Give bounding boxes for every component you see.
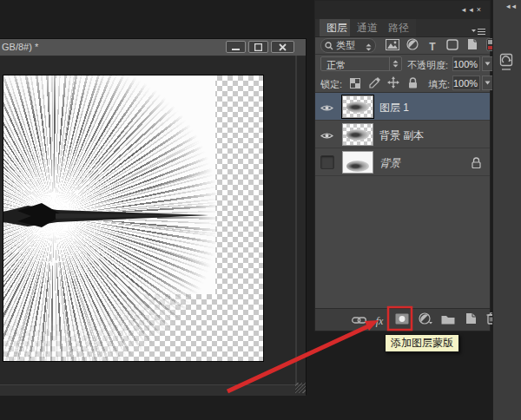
history-panel-icon[interactable] xyxy=(498,52,516,82)
canvas[interactable] xyxy=(3,75,264,362)
maximize-icon xyxy=(254,43,262,51)
filter-kind-label: 类型 xyxy=(336,39,355,51)
lock-label: 锁定: xyxy=(320,78,342,91)
window-resize-grip[interactable] xyxy=(295,383,306,393)
filter-kind-dropdown[interactable]: 类型 xyxy=(320,38,376,53)
thumbnail-image xyxy=(346,161,369,172)
opacity-label: 不透明度: xyxy=(407,59,448,72)
blend-mode-value: 正常 xyxy=(326,59,346,72)
lock-row: 锁定: 填充: 100% xyxy=(315,75,490,93)
adjustment-layer-icon[interactable] xyxy=(417,312,434,327)
layer-row-layer1[interactable]: 图层 1 xyxy=(315,93,490,121)
close-icon xyxy=(279,43,287,51)
tab-channels[interactable]: 通道 xyxy=(350,19,385,36)
close-button[interactable] xyxy=(271,41,294,53)
layer-name[interactable]: 图层 1 xyxy=(379,101,409,115)
filter-pixel-layers-icon[interactable] xyxy=(385,38,400,52)
panel-tab-bar: 图层 通道 路径 xyxy=(315,19,490,37)
blend-mode-dropdown[interactable]: 正常 xyxy=(320,56,402,71)
layers-panel: ◂◂× 图层 通道 路径 类型 T xyxy=(314,0,491,331)
lock-position-icon[interactable] xyxy=(386,76,400,89)
tooltip: 添加图层蒙版 xyxy=(385,334,459,352)
layer-thumbnail[interactable] xyxy=(342,95,373,118)
layer-thumbnail[interactable] xyxy=(342,151,373,174)
layer-style-fx-icon[interactable]: fx xyxy=(371,312,388,327)
lock-all-icon[interactable] xyxy=(406,76,419,89)
layers-panel-footer: fx xyxy=(315,308,490,331)
document-title: GB/8#) * xyxy=(2,42,38,52)
document-title-bar[interactable]: GB/8#) * xyxy=(0,39,306,56)
layer-row-background[interactable]: 背景 xyxy=(315,148,490,176)
thumbnail-image xyxy=(346,129,369,141)
panel-dock-strip: ◂◂ xyxy=(492,0,521,420)
minimize-icon xyxy=(232,43,240,50)
filter-shape-layers-icon[interactable] xyxy=(445,38,460,52)
minimize-button[interactable] xyxy=(226,41,246,53)
visibility-toggle-empty[interactable] xyxy=(320,155,334,169)
search-icon xyxy=(325,41,333,53)
new-layer-icon[interactable] xyxy=(462,312,479,327)
add-layer-mask-icon[interactable] xyxy=(393,312,411,327)
blend-row: 正常 不透明度: 100% xyxy=(315,56,490,74)
window-inner-edge xyxy=(295,56,297,385)
window-status-strip xyxy=(0,384,306,396)
filter-adjustment-layers-icon[interactable] xyxy=(405,38,420,52)
layer-name[interactable]: 背景 xyxy=(379,156,400,171)
link-layers-icon[interactable] xyxy=(350,312,367,327)
maximize-button[interactable] xyxy=(248,41,268,53)
layer-thumbnail[interactable] xyxy=(342,123,373,146)
expand-dock-icon[interactable]: ◂◂ xyxy=(506,2,518,10)
layer-row-background-copy[interactable]: 背景 副本 xyxy=(315,121,490,148)
tab-paths[interactable]: 路径 xyxy=(381,19,416,36)
tooltip-text: 添加图层蒙版 xyxy=(391,337,453,349)
lock-transparency-icon[interactable] xyxy=(348,76,362,89)
lock-pixels-icon[interactable] xyxy=(367,76,381,89)
chevron-down-icon xyxy=(485,62,491,66)
collapse-panel-icon[interactable]: ◂◂ xyxy=(462,5,477,14)
visibility-eye-icon[interactable] xyxy=(320,101,334,112)
fill-value[interactable]: 100% xyxy=(452,75,480,90)
book-spine xyxy=(3,75,263,361)
layer-name[interactable]: 背景 副本 xyxy=(379,128,424,143)
panel-top-bar: ◂◂× xyxy=(315,1,490,19)
chevron-updown-icon xyxy=(389,57,401,70)
document-window: GB/8#) * xyxy=(0,38,307,395)
close-panel-icon[interactable]: × xyxy=(477,5,485,14)
chevron-down-icon xyxy=(485,81,491,85)
filter-type-layers-icon[interactable]: T xyxy=(425,38,440,52)
opacity-value[interactable]: 100% xyxy=(452,56,480,71)
tab-layers[interactable]: 图层 xyxy=(320,19,354,36)
filter-smart-object-icon[interactable] xyxy=(465,38,480,52)
layer-list: 图层 1 背景 副本 背景 xyxy=(315,93,490,310)
thumbnail-image xyxy=(346,102,369,113)
filter-row: 类型 T xyxy=(315,36,490,55)
lock-icon xyxy=(472,156,481,172)
visibility-eye-icon[interactable] xyxy=(320,128,334,140)
chevron-updown-icon xyxy=(366,42,372,54)
fill-label: 填充: xyxy=(428,78,450,91)
new-group-icon[interactable] xyxy=(439,312,457,327)
